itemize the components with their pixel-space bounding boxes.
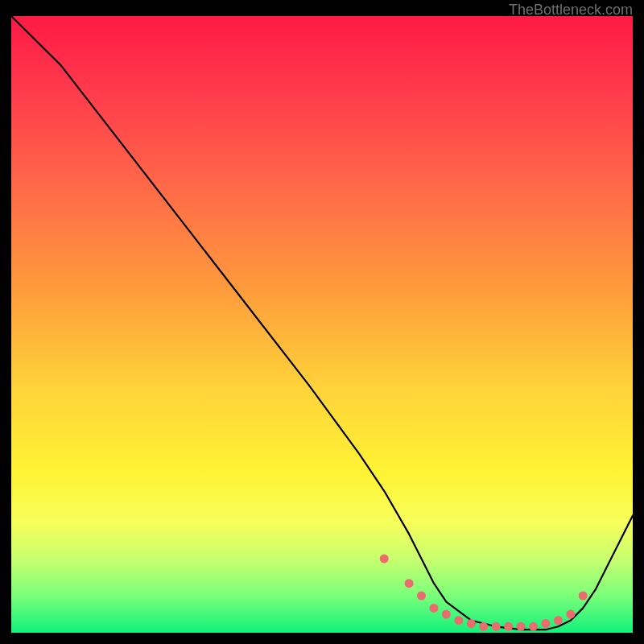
marker-point [529,622,538,631]
marker-point [579,592,588,601]
chart-stage: TheBottleneck.com [0,0,644,644]
marker-point [380,555,389,564]
marker-point [554,616,563,625]
marker-point [566,610,575,619]
marker-point [504,622,513,631]
markers-group [380,555,588,631]
marker-point [454,616,463,625]
plot-overlay [11,16,633,633]
marker-point [467,619,476,628]
marker-point [417,592,426,601]
marker-point [541,619,550,628]
marker-point [479,622,488,631]
line-curve [11,16,633,630]
marker-point [492,622,501,631]
marker-point [430,604,439,613]
marker-point [517,622,526,631]
marker-point [442,610,451,619]
marker-point [405,579,414,588]
plot-area [11,16,633,633]
